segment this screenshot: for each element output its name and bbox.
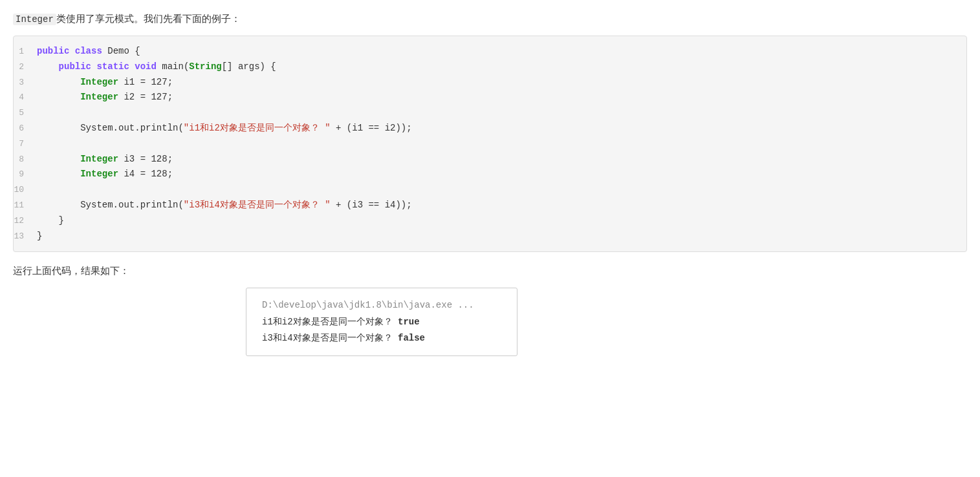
code-line: 8 Integer i3 = 128; xyxy=(14,152,966,167)
line-number: 11 xyxy=(14,198,37,213)
code-content: Integer i3 = 128; xyxy=(37,152,173,167)
code-content: Integer i4 = 128; xyxy=(37,167,173,182)
line-number: 9 xyxy=(14,167,37,182)
line-number: 7 xyxy=(14,137,37,151)
line-number: 3 xyxy=(14,76,37,90)
code-line: 12 } xyxy=(14,213,966,229)
code-line: 4 Integer i2 = 127; xyxy=(14,90,966,105)
code-line: 2 public static void main(String[] args)… xyxy=(14,59,966,75)
code-line: 9 Integer i4 = 128; xyxy=(14,167,966,182)
output-line3: i3和i4对象是否是同一个对象？ false xyxy=(262,330,501,346)
code-line: 3 Integer i1 = 127; xyxy=(14,75,966,90)
code-content: Integer i2 = 127; xyxy=(37,90,173,105)
code-content: } xyxy=(37,213,64,229)
line-number: 6 xyxy=(14,122,37,136)
line-number: 10 xyxy=(14,183,37,197)
code-content xyxy=(37,136,42,152)
code-line: 7 xyxy=(14,136,966,152)
code-block: 1 public class Demo { 2 public static vo… xyxy=(13,36,967,252)
result-text: 运行上面代码，结果如下： xyxy=(13,265,967,277)
output-container: 运行上面代码，结果如下： D:\develop\java\jdk1.8\bin\… xyxy=(13,265,967,356)
code-line: 6 System.out.println("i1和i2对象是否是同一个对象？ "… xyxy=(14,121,966,136)
line-number: 8 xyxy=(14,153,37,167)
line-number: 5 xyxy=(14,106,37,120)
output-line1: D:\develop\java\jdk1.8\bin\java.exe ... xyxy=(262,297,501,313)
line-number: 13 xyxy=(14,229,37,244)
code-line: 11 System.out.println("i3和i4对象是否是同一个对象？ … xyxy=(14,198,966,213)
code-content xyxy=(37,182,42,198)
output-line2: i1和i2对象是否是同一个对象？ true xyxy=(262,314,501,330)
code-content: public class Demo { xyxy=(37,44,140,59)
line-number: 2 xyxy=(14,60,37,74)
output-block: D:\develop\java\jdk1.8\bin\java.exe ... … xyxy=(246,288,517,356)
code-content xyxy=(37,105,42,121)
code-content: } xyxy=(37,229,42,244)
intro-text: Integer类使用了享元模式。我们先看下面的例子： xyxy=(13,13,967,25)
code-line: 1 public class Demo { xyxy=(14,44,966,59)
code-content: System.out.println("i1和i2对象是否是同一个对象？ " +… xyxy=(37,121,412,136)
line-number: 1 xyxy=(14,45,37,59)
code-line: 13 } xyxy=(14,229,966,244)
code-line: 5 xyxy=(14,105,966,121)
code-content: Integer i1 = 127; xyxy=(37,75,173,90)
line-number: 4 xyxy=(14,90,37,105)
line-number: 12 xyxy=(14,214,37,228)
code-content: System.out.println("i3和i4对象是否是同一个对象？ " +… xyxy=(37,198,412,213)
code-line: 10 xyxy=(14,182,966,198)
code-content: public static void main(String[] args) { xyxy=(37,59,276,75)
